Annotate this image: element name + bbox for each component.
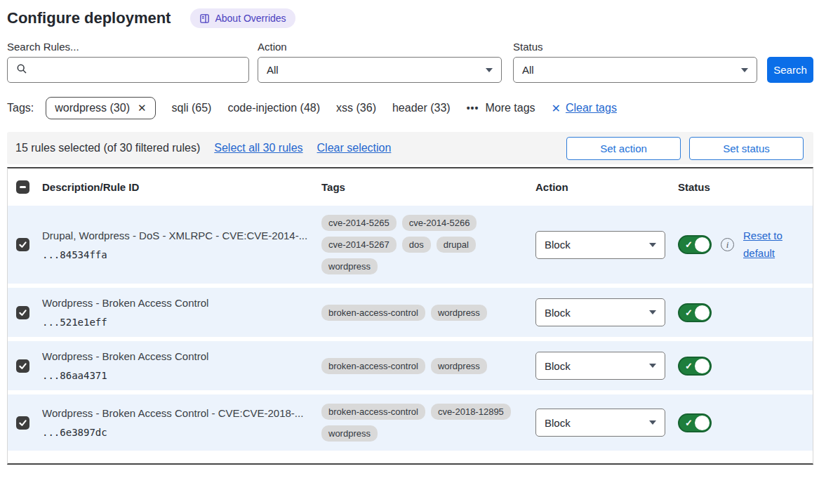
- select-all-checkbox[interactable]: [16, 180, 29, 194]
- table-body: Drupal, Wordpress - DoS - XMLRPC - CVE:C…: [8, 206, 813, 463]
- more-tags-button[interactable]: ••• More tags: [467, 102, 535, 114]
- row-checkbox[interactable]: [16, 416, 29, 430]
- action-select[interactable]: Block: [535, 298, 665, 326]
- toggle-knob: [695, 416, 710, 430]
- action-select[interactable]: Block: [535, 231, 665, 259]
- configure-deployment-page: Configure deployment About Overrides Sea…: [0, 0, 819, 465]
- action-select[interactable]: Block: [535, 409, 665, 437]
- tag-pill: broken-access-control: [321, 404, 425, 420]
- row-checkbox[interactable]: [16, 238, 29, 251]
- book-icon: [199, 13, 210, 24]
- clear-x-icon: ✕: [552, 102, 561, 115]
- row-description: Wordpress - Broken Access Control - CVE:…: [42, 407, 310, 419]
- row-status-cell: ✓: [678, 413, 813, 432]
- tag-filter-link[interactable]: sqli (65): [172, 102, 212, 114]
- bulk-actions: Set action Set status: [566, 137, 804, 160]
- status-toggle[interactable]: ✓: [678, 357, 712, 376]
- page-title: Configure deployment: [7, 9, 171, 27]
- action-select[interactable]: Block: [535, 352, 665, 380]
- check-icon: [18, 362, 27, 371]
- selected-tag-chip[interactable]: wordpress (30) ✕: [46, 97, 155, 119]
- row-checkbox-cell: [8, 359, 42, 373]
- row-description: Drupal, Wordpress - DoS - XMLRPC - CVE:C…: [42, 230, 310, 241]
- clear-tags-label: Clear tags: [566, 102, 617, 114]
- chevron-down-icon: [649, 364, 656, 368]
- check-icon: [18, 418, 27, 427]
- status-toggle[interactable]: ✓: [678, 303, 712, 322]
- row-description: Wordpress - Broken Access Control: [42, 350, 310, 362]
- action-select-value: Block: [545, 417, 571, 429]
- search-rules-label: Search Rules...: [7, 41, 249, 53]
- row-status-cell: ✓ i Reset to default: [678, 227, 813, 263]
- tags-bar: Tags: wordpress (30) ✕ sqli (65)code-inj…: [7, 97, 813, 119]
- table-header: Description/Rule ID Tags Action Status: [8, 168, 813, 206]
- reset-area: i Reset to default: [721, 227, 788, 263]
- clear-selection-link[interactable]: Clear selection: [317, 142, 392, 154]
- row-status-cell: ✓: [678, 303, 813, 322]
- tag-pill: broken-access-control: [321, 358, 425, 374]
- row-rule-id: ...86aa4371: [42, 370, 310, 381]
- row-action-cell: Block: [535, 352, 678, 380]
- selected-tag-label: wordpress (30): [55, 102, 130, 114]
- toggle-check-icon: ✓: [685, 418, 693, 428]
- action-select-value: Block: [545, 360, 571, 372]
- search-rules-input[interactable]: [34, 63, 240, 77]
- set-action-button[interactable]: Set action: [566, 137, 681, 160]
- clear-tags-link[interactable]: ✕ Clear tags: [552, 102, 617, 115]
- tag-pill: cve-2014-5266: [402, 215, 477, 231]
- table-row: Wordpress - Broken Access Control ...521…: [8, 288, 813, 337]
- row-tags: cve-2014-5265cve-2014-5266cve-2014-5267d…: [321, 215, 535, 274]
- status-toggle[interactable]: ✓: [678, 413, 712, 432]
- about-overrides-label: About Overrides: [215, 13, 286, 24]
- tag-pill: cve-2014-5267: [321, 237, 397, 253]
- info-icon[interactable]: i: [721, 238, 734, 251]
- ellipsis-icon: •••: [467, 102, 479, 114]
- chevron-down-icon: [649, 420, 656, 425]
- rule-description-cell: Drupal, Wordpress - DoS - XMLRPC - CVE:C…: [42, 230, 321, 260]
- header-checkbox-cell: [8, 180, 42, 194]
- chevron-down-icon: [741, 68, 748, 72]
- about-overrides-badge[interactable]: About Overrides: [190, 8, 295, 28]
- action-filter-value: All: [267, 64, 279, 76]
- status-filter-label: Status: [513, 41, 757, 53]
- search-rules-box: [7, 57, 249, 83]
- tag-pill: wordpress: [321, 258, 378, 274]
- selection-summary: 15 rules selected (of 30 filtered rules): [15, 142, 200, 154]
- status-filter-select[interactable]: All: [513, 57, 757, 83]
- action-filter: Action All: [258, 41, 502, 83]
- search-button[interactable]: Search: [767, 57, 813, 83]
- row-tags: broken-access-controlwordpress: [321, 305, 535, 321]
- status-toggle[interactable]: ✓: [678, 235, 712, 254]
- remove-tag-icon[interactable]: ✕: [138, 102, 147, 114]
- row-checkbox[interactable]: [16, 306, 29, 319]
- tag-filter-link[interactable]: header (33): [392, 102, 451, 114]
- tag-pill: cve-2018-12895: [431, 404, 511, 420]
- chevron-down-icon: [649, 310, 656, 314]
- toggle-check-icon: ✓: [685, 239, 693, 250]
- select-all-link[interactable]: Select all 30 rules: [214, 142, 302, 154]
- tag-pill: wordpress: [321, 425, 378, 442]
- tags-label: Tags:: [7, 102, 34, 114]
- tag-pill: wordpress: [431, 305, 487, 321]
- page-header: Configure deployment About Overrides: [7, 8, 813, 28]
- chevron-down-icon: [486, 68, 493, 72]
- rule-description-cell: Wordpress - Broken Access Control ...86a…: [42, 350, 321, 381]
- action-filter-select[interactable]: All: [258, 57, 502, 83]
- row-checkbox[interactable]: [16, 359, 29, 373]
- column-header-tags: Tags: [321, 181, 535, 193]
- toggle-knob: [695, 305, 710, 320]
- more-tags-label: More tags: [485, 102, 535, 114]
- chevron-down-icon: [649, 243, 656, 247]
- action-select-value: Block: [545, 239, 571, 251]
- tag-filter-link[interactable]: code-injection (48): [227, 102, 320, 114]
- search-icon: [16, 63, 27, 77]
- row-status-cell: ✓: [678, 357, 813, 376]
- row-rule-id: ...84534ffa: [42, 249, 310, 260]
- toggle-check-icon: ✓: [685, 361, 693, 371]
- row-action-cell: Block: [535, 409, 678, 437]
- table-row: Wordpress - Broken Access Control ...86a…: [8, 341, 813, 390]
- status-filter-value: All: [522, 64, 534, 76]
- tag-filter-link[interactable]: xss (36): [336, 102, 376, 114]
- reset-to-default-link[interactable]: Reset to default: [743, 227, 788, 263]
- set-status-button[interactable]: Set status: [689, 137, 804, 160]
